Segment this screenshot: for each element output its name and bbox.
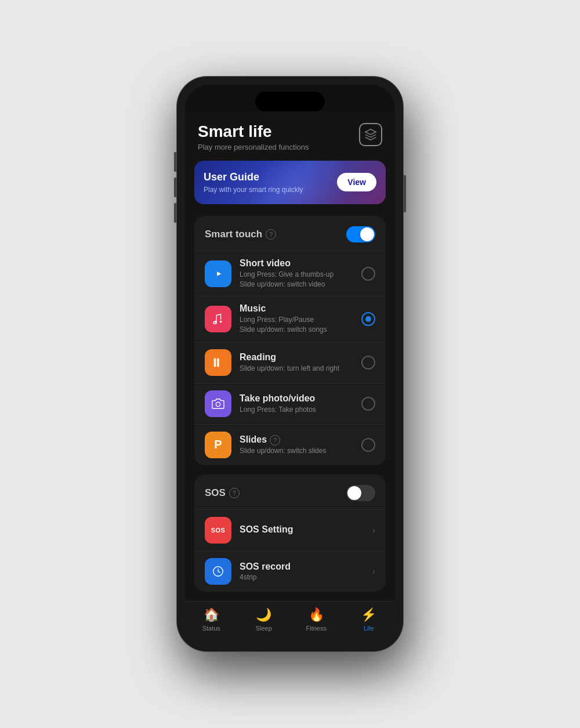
nav-item-status[interactable]: 🏠 Status bbox=[194, 607, 229, 632]
slides-title-row: Slides ? bbox=[240, 434, 353, 446]
sos-title-row: SOS ? bbox=[205, 487, 240, 499]
short-video-text: Short video Long Press: Give a thumbs-up… bbox=[240, 258, 353, 289]
slides-desc: Slide up/down: switch slides bbox=[240, 446, 353, 456]
sos-setting-title: SOS Setting bbox=[240, 524, 364, 535]
slides-text: Slides ? Slide up/down: switch slides bbox=[240, 434, 353, 456]
sos-setting-icon: SOS bbox=[205, 517, 231, 544]
slides-help-icon[interactable]: ? bbox=[270, 435, 280, 446]
smart-touch-title-row: Smart touch ? bbox=[205, 229, 276, 240]
fitness-nav-icon: 🔥 bbox=[309, 607, 324, 622]
dynamic-island bbox=[255, 92, 325, 111]
life-nav-icon: ⚡ bbox=[361, 607, 376, 622]
photo-video-radio[interactable] bbox=[361, 397, 375, 411]
user-guide-banner: User Guide Play with your smart ring qui… bbox=[194, 161, 386, 204]
slides-radio[interactable] bbox=[361, 438, 375, 452]
bottom-navigation: 🏠 Status 🌙 Sleep 🔥 Fitness ⚡ Life bbox=[185, 601, 395, 643]
slides-icon: P bbox=[205, 432, 231, 458]
sos-setting-text: SOS Setting bbox=[240, 524, 364, 536]
sos-toggle[interactable] bbox=[346, 485, 375, 501]
sos-header: SOS ? bbox=[194, 475, 386, 509]
reading-text: Reading Slide up/down: turn left and rig… bbox=[240, 352, 353, 374]
music-text: Music Long Press: Play/PauseSlide up/dow… bbox=[240, 303, 353, 335]
photo-video-desc: Long Press: Take photos bbox=[240, 405, 353, 415]
banner-subtitle: Play with your smart ring quickly bbox=[204, 186, 303, 194]
list-item[interactable]: Reading Slide up/down: turn left and rig… bbox=[194, 342, 386, 383]
sos-record-desc: 4strip bbox=[240, 573, 364, 581]
view-button[interactable]: View bbox=[337, 173, 376, 191]
music-radio[interactable] bbox=[361, 312, 375, 326]
cube-icon[interactable] bbox=[359, 123, 382, 146]
smart-touch-help-icon[interactable]: ? bbox=[266, 229, 276, 240]
list-item[interactable]: SOS SOS Setting › bbox=[194, 509, 386, 550]
list-item[interactable]: SOS record 4strip › bbox=[194, 550, 386, 592]
list-item[interactable]: P Slides ? Slide up/down: switch slides bbox=[194, 424, 386, 465]
nav-item-life[interactable]: ⚡ Life bbox=[351, 607, 386, 632]
phone-frame: Smart life Play more personalized functi… bbox=[177, 77, 403, 651]
reading-desc: Slide up/down: turn left and right bbox=[240, 364, 353, 374]
photo-video-title: Take photo/video bbox=[240, 393, 353, 404]
app-title: Smart life bbox=[198, 123, 309, 141]
sos-record-chevron: › bbox=[372, 566, 375, 577]
life-nav-label: Life bbox=[364, 625, 374, 632]
header-text-block: Smart life Play more personalized functi… bbox=[198, 123, 309, 151]
nav-item-sleep[interactable]: 🌙 Sleep bbox=[246, 607, 281, 632]
app-subtitle: Play more personalized functions bbox=[198, 143, 309, 151]
sleep-nav-icon: 🌙 bbox=[256, 607, 271, 622]
screen-content: Smart life Play more personalized functi… bbox=[185, 111, 395, 643]
sos-record-icon bbox=[205, 558, 231, 585]
reading-icon bbox=[205, 349, 231, 376]
app-header: Smart life Play more personalized functi… bbox=[185, 111, 395, 161]
short-video-title: Short video bbox=[240, 258, 353, 269]
list-item[interactable]: Short video Long Press: Give a thumbs-up… bbox=[194, 251, 386, 296]
nav-item-fitness[interactable]: 🔥 Fitness bbox=[299, 607, 334, 632]
svg-rect-4 bbox=[214, 358, 216, 367]
svg-point-6 bbox=[216, 402, 220, 406]
short-video-icon bbox=[205, 260, 231, 287]
slides-title: Slides bbox=[240, 434, 267, 445]
sos-setting-chevron: › bbox=[372, 525, 375, 535]
smart-touch-toggle[interactable] bbox=[346, 226, 375, 242]
music-icon bbox=[205, 306, 231, 332]
status-nav-label: Status bbox=[202, 625, 220, 632]
banner-text: User Guide Play with your smart ring qui… bbox=[204, 171, 303, 194]
sos-record-text: SOS record 4strip bbox=[240, 562, 364, 581]
banner-title: User Guide bbox=[204, 171, 303, 183]
sos-record-title: SOS record bbox=[240, 562, 364, 572]
smart-touch-title: Smart touch bbox=[205, 229, 262, 240]
smart-touch-section: Smart touch ? Short video bbox=[194, 216, 386, 465]
phone-screen: Smart life Play more personalized functi… bbox=[185, 85, 395, 643]
short-video-desc: Long Press: Give a thumbs-upSlide up/dow… bbox=[240, 270, 353, 289]
sleep-nav-label: Sleep bbox=[256, 625, 272, 632]
short-video-radio[interactable] bbox=[361, 267, 375, 281]
list-item[interactable]: Music Long Press: Play/PauseSlide up/dow… bbox=[194, 296, 386, 342]
status-nav-icon: 🏠 bbox=[204, 607, 219, 622]
svg-point-2 bbox=[220, 321, 222, 323]
list-item[interactable]: Take photo/video Long Press: Take photos bbox=[194, 383, 386, 424]
reading-title: Reading bbox=[240, 352, 353, 363]
reading-radio[interactable] bbox=[361, 356, 375, 370]
fitness-nav-label: Fitness bbox=[306, 625, 327, 632]
music-desc: Long Press: Play/PauseSlide up/down: swi… bbox=[240, 315, 353, 335]
smart-touch-header: Smart touch ? bbox=[194, 216, 386, 251]
music-title: Music bbox=[240, 303, 353, 314]
sos-title: SOS bbox=[205, 487, 226, 499]
svg-rect-5 bbox=[217, 358, 219, 367]
camera-icon bbox=[205, 390, 231, 417]
sos-help-icon[interactable]: ? bbox=[229, 488, 240, 498]
svg-point-3 bbox=[215, 321, 217, 323]
sos-section: SOS ? SOS SOS Setting › bbox=[194, 475, 386, 592]
photo-video-text: Take photo/video Long Press: Take photos bbox=[240, 393, 353, 415]
